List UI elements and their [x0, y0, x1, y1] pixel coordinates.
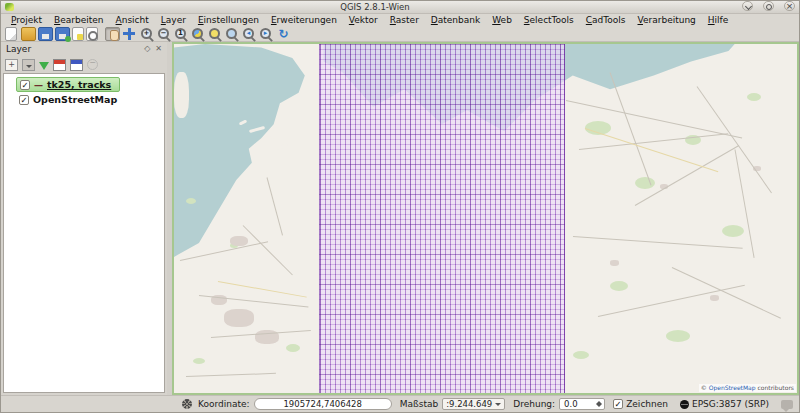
map-forest [610, 281, 628, 291]
panel-float-icon[interactable]: ◇ [144, 44, 150, 54]
attribution-link[interactable]: OpenStreetMap [709, 384, 756, 391]
coordinate-input[interactable] [254, 398, 392, 410]
pan-map-icon[interactable] [105, 27, 120, 41]
map-canvas[interactable]: © OpenStreetMap contributors [172, 42, 799, 395]
crs-status[interactable]: EPSG:3857 (SRP) [692, 399, 769, 409]
zoom-to-layer-icon[interactable] [225, 27, 240, 41]
map-island [277, 143, 288, 150]
tk25-grid-overlay [319, 44, 565, 393]
render-label: Zeichnen [626, 399, 668, 409]
main-area: Layer ◇ ✕ ✓—tk25, tracks✓OpenStreetMap [1, 42, 799, 395]
main-toolbar [1, 26, 799, 42]
map-forest [186, 198, 196, 204]
status-bar: Koordinate: Maßstab :9.244.649 Drehung: … [1, 395, 799, 412]
panel-close-icon[interactable]: ✕ [155, 44, 162, 54]
manage-visibility-icon[interactable] [22, 59, 35, 71]
new-project-icon[interactable] [5, 27, 17, 41]
menu-hilfe[interactable]: Hilfe [702, 15, 735, 25]
composer-manager-icon[interactable] [86, 27, 98, 41]
map-road [635, 145, 739, 206]
menu-raster[interactable]: Raster [384, 15, 425, 25]
current-edits-icon[interactable] [182, 399, 192, 409]
map-attribution: © OpenStreetMap contributors [699, 384, 796, 392]
menu-layer[interactable]: Layer [155, 15, 192, 25]
zoom-last-icon[interactable] [242, 27, 257, 41]
zoom-in-icon[interactable] [140, 27, 155, 41]
minimize-button[interactable] [742, 1, 753, 11]
layers-panel: Layer ◇ ✕ ✓—tk25, tracks✓OpenStreetMap [1, 42, 167, 395]
menu-cadtools[interactable]: CadTools [580, 15, 632, 25]
title-bar[interactable]: QGIS 2.8.1-Wien [1, 1, 799, 14]
layer-label[interactable]: tk25, tracks [47, 79, 111, 90]
rotation-label: Drehung: [513, 399, 555, 409]
layer-row[interactable]: ✓OpenStreetMap [16, 92, 125, 107]
map-road [585, 128, 718, 172]
scale-value: :9.244.649 [446, 399, 492, 409]
map-forest [722, 225, 744, 237]
menu-datenbank[interactable]: Datenbank [425, 15, 486, 25]
map-urban-area [224, 309, 254, 327]
menu-web[interactable]: Web [486, 15, 518, 25]
menu-selecttools[interactable]: SelectTools [518, 15, 580, 25]
scale-label: Maßstab [400, 399, 438, 409]
map-forest [747, 93, 761, 101]
collapse-all-icon[interactable] [70, 59, 83, 71]
scale-combobox[interactable]: :9.244.649 [442, 398, 505, 410]
map-coast-landmass [174, 72, 189, 118]
map-forest [573, 351, 589, 359]
map-road [267, 177, 283, 235]
messages-bubble-icon[interactable] [781, 400, 793, 409]
new-print-composer-icon[interactable] [72, 27, 84, 41]
layer-checkbox[interactable]: ✓ [20, 80, 30, 90]
zoom-native-icon[interactable] [174, 27, 189, 41]
maximize-button[interactable] [763, 1, 774, 11]
menu-projekt[interactable]: Projekt [5, 15, 48, 25]
qgis-window: QGIS 2.8.1-Wien ProjektBearbeitenAnsicht… [0, 0, 800, 413]
layer-list: ✓—tk25, tracks✓OpenStreetMap [3, 73, 165, 393]
menu-erweiterungen[interactable]: Erweiterungen [265, 15, 343, 25]
layer-line-symbol: — [34, 80, 43, 90]
qgis-logo-icon [5, 3, 14, 11]
filter-legend-icon[interactable] [39, 62, 49, 70]
menu-ansicht[interactable]: Ansicht [110, 15, 155, 25]
spin-down-icon[interactable] [596, 404, 602, 407]
zoom-full-icon[interactable] [191, 27, 206, 41]
menu-einstellungen[interactable]: Einstellungen [192, 15, 265, 25]
menu-verarbeitung[interactable]: Verarbeitung [632, 15, 702, 25]
zoom-out-icon[interactable] [157, 27, 172, 41]
layer-checkbox[interactable]: ✓ [19, 95, 29, 105]
map-road [186, 372, 276, 376]
map-road [579, 133, 728, 150]
layer-row[interactable]: ✓—tk25, tracks [16, 77, 120, 92]
map-forest [666, 330, 690, 342]
map-forest [635, 177, 655, 189]
map-urban-area [610, 260, 619, 266]
remove-layer-icon[interactable] [87, 59, 98, 70]
zoom-next-icon[interactable] [259, 27, 274, 41]
refresh-icon[interactable] [276, 27, 291, 41]
save-project-as-icon[interactable] [55, 27, 70, 41]
crs-globe-icon[interactable] [680, 400, 689, 409]
rotation-spinner[interactable]: 0.0 [559, 398, 605, 410]
coordinate-label: Koordinate: [198, 399, 250, 409]
layers-panel-header: Layer ◇ ✕ [1, 42, 167, 56]
map-urban-area [710, 295, 719, 301]
menu-bar: ProjektBearbeitenAnsichtLayerEinstellung… [1, 14, 799, 26]
zoom-to-selection-icon[interactable] [208, 27, 223, 41]
map-island [264, 135, 277, 140]
layer-label[interactable]: OpenStreetMap [33, 94, 117, 105]
map-road [697, 86, 772, 193]
close-button[interactable] [784, 1, 795, 11]
attribution-prefix: © [701, 384, 709, 391]
open-project-icon[interactable] [21, 27, 36, 41]
add-group-icon[interactable] [5, 59, 18, 71]
expand-all-icon[interactable] [53, 59, 66, 71]
menu-vektor[interactable]: Vektor [343, 15, 384, 25]
save-project-icon[interactable] [38, 27, 53, 41]
pan-to-selection-icon[interactable] [122, 27, 137, 41]
map-road [610, 72, 652, 185]
menu-bearbeiten[interactable]: Bearbeiten [48, 15, 109, 25]
map-road [218, 281, 307, 298]
render-checkbox[interactable]: ✓ [613, 399, 623, 409]
map-forest [193, 358, 205, 364]
